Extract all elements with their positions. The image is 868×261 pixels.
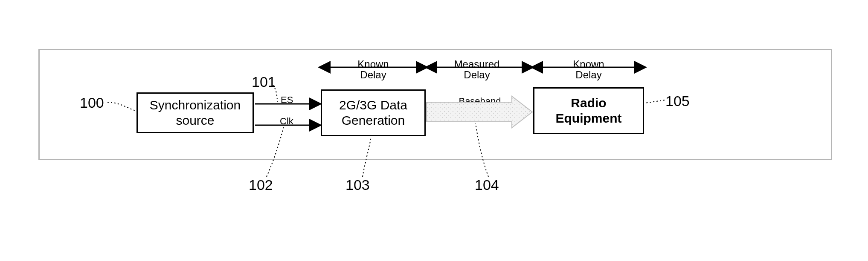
delay-known-right-label: Known Delay	[573, 58, 604, 80]
block-sync-source: Synchronization source	[136, 92, 254, 133]
delay-known-left: Known Delay	[339, 59, 407, 80]
delay-known-right: Known Delay	[554, 59, 623, 80]
delay-measured-label: Measured Delay	[454, 58, 500, 80]
block-sync-source-label: Synchronization source	[150, 98, 241, 128]
block-data-generation: 2G/3G Data Generation	[321, 89, 426, 136]
delay-known-left-label: Known Delay	[357, 58, 389, 80]
ref-103: 103	[345, 177, 370, 193]
ref-102: 102	[249, 177, 273, 193]
signal-es-label: ES	[281, 95, 293, 106]
ref-104: 104	[475, 177, 499, 193]
signal-clk-label: Clk	[280, 116, 293, 127]
ref-100: 100	[80, 95, 104, 111]
diagram-stage: Synchronization source 2G/3G Data Genera…	[0, 0, 868, 261]
block-radio-equipment: Radio Equipment	[533, 87, 644, 134]
ref-101: 101	[252, 74, 276, 90]
delay-measured: Measured Delay	[432, 59, 522, 80]
ref-105: 105	[665, 93, 690, 109]
block-radio-equipment-label: Radio Equipment	[556, 95, 622, 126]
signal-baseband-label: Baseband Link	[444, 96, 516, 118]
block-data-generation-label: 2G/3G Data Generation	[339, 98, 407, 128]
